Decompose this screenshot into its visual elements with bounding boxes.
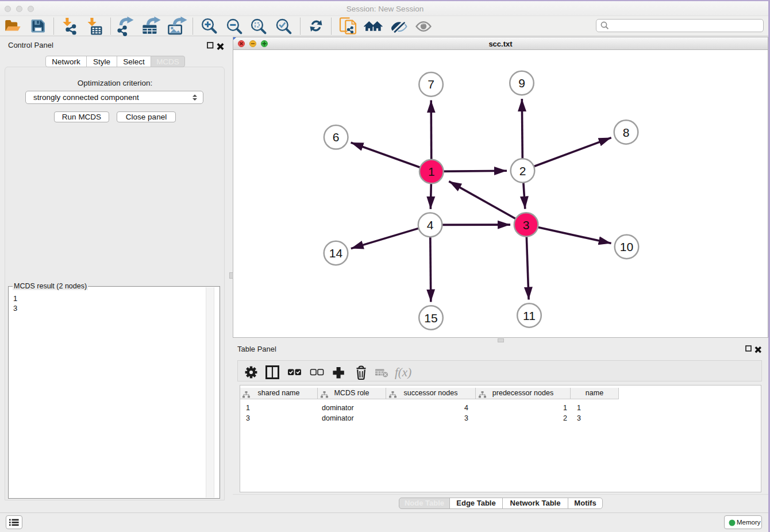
svg-text:8: 8: [623, 126, 630, 139]
svg-text:1: 1: [428, 165, 435, 178]
svg-text:11: 11: [523, 309, 536, 322]
svg-text:2: 2: [519, 164, 526, 178]
svg-text:10: 10: [620, 240, 633, 253]
svg-text:9: 9: [518, 76, 525, 90]
svg-text:f(x): f(x): [395, 365, 411, 379]
svg-text:6: 6: [333, 130, 340, 144]
svg-text:14: 14: [329, 246, 343, 260]
svg-text:7: 7: [428, 78, 434, 91]
svg-text:4: 4: [427, 218, 434, 232]
svg-text:15: 15: [424, 311, 437, 325]
svg-text:3: 3: [523, 218, 530, 232]
